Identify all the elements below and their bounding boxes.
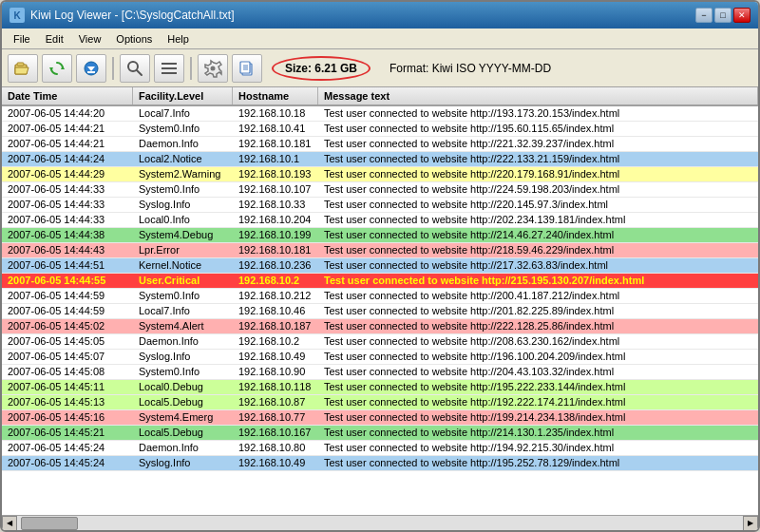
download-button[interactable] bbox=[76, 54, 106, 83]
col-hostname[interactable]: Hostname bbox=[233, 87, 318, 104]
table-row[interactable]: 2007-06-05 14:45:05Daemon.Info192.168.10… bbox=[2, 334, 758, 350]
table-row[interactable]: 2007-06-05 14:44:20Local7.Info192.168.10… bbox=[2, 106, 758, 122]
table-row[interactable]: 2007-06-05 14:45:02System4.Alert192.168.… bbox=[2, 319, 758, 334]
copy-button[interactable] bbox=[232, 54, 262, 83]
menu-help[interactable]: Help bbox=[160, 31, 197, 47]
cell-datetime: 2007-06-05 14:44:59 bbox=[2, 304, 133, 318]
cell-facility: System2.Warning bbox=[133, 167, 233, 181]
cell-hostname: 192.168.10.87 bbox=[233, 395, 318, 409]
table-row[interactable]: 2007-06-05 14:44:33Local0.Info192.168.10… bbox=[2, 213, 758, 228]
table-row[interactable]: 2007-06-05 14:44:29System2.Warning192.16… bbox=[2, 167, 758, 182]
cell-message: Test user connected to website http://20… bbox=[318, 289, 758, 303]
maximize-button[interactable]: □ bbox=[714, 8, 732, 23]
cell-datetime: 2007-06-05 14:45:24 bbox=[2, 456, 133, 470]
table-row[interactable]: 2007-06-05 14:45:11Local0.Debug192.168.1… bbox=[2, 380, 758, 395]
cell-hostname: 192.168.10.181 bbox=[233, 243, 318, 257]
cell-datetime: 2007-06-05 14:44:21 bbox=[2, 137, 133, 151]
cell-hostname: 192.168.10.236 bbox=[233, 258, 318, 273]
minimize-button[interactable]: − bbox=[695, 8, 712, 23]
cell-hostname: 192.168.10.90 bbox=[233, 365, 318, 379]
scroll-left-arrow[interactable]: ◀ bbox=[2, 516, 17, 531]
cell-datetime: 2007-06-05 14:44:33 bbox=[2, 213, 133, 227]
cell-facility: System4.Alert bbox=[133, 319, 233, 333]
table-row[interactable]: 2007-06-05 14:44:21System0.Info192.168.1… bbox=[2, 122, 758, 137]
cell-hostname: 192.168.10.1 bbox=[233, 152, 318, 166]
close-button[interactable]: ✕ bbox=[733, 8, 750, 23]
table-row[interactable]: 2007-06-05 14:44:38System4.Debug192.168.… bbox=[2, 228, 758, 243]
menu-options[interactable]: Options bbox=[108, 31, 160, 47]
table-row[interactable]: 2007-06-05 14:45:24Syslog.Info192.168.10… bbox=[2, 456, 758, 471]
scroll-right-arrow[interactable]: ▶ bbox=[743, 516, 758, 531]
table-row[interactable]: 2007-06-05 14:44:43Lpr.Error192.168.10.1… bbox=[2, 243, 758, 258]
table-row[interactable]: 2007-06-05 14:44:21Daemon.Info192.168.10… bbox=[2, 137, 758, 152]
cell-datetime: 2007-06-05 14:45:16 bbox=[2, 410, 133, 425]
refresh-button[interactable] bbox=[42, 54, 72, 83]
table-row[interactable]: 2007-06-05 14:44:33System0.Info192.168.1… bbox=[2, 182, 758, 198]
cell-hostname: 192.168.10.41 bbox=[233, 122, 318, 136]
menu-edit[interactable]: Edit bbox=[38, 31, 71, 47]
title-bar-left: K Kiwi Log Viewer - [C:\SyslogCatchAll.t… bbox=[10, 8, 235, 23]
table-row[interactable]: 2007-06-05 14:45:13Local5.Debug192.168.1… bbox=[2, 395, 758, 410]
cell-facility: Local5.Debug bbox=[133, 395, 233, 409]
table-row[interactable]: 2007-06-05 14:44:51Kernel.Notice192.168.… bbox=[2, 258, 758, 274]
title-bar: K Kiwi Log Viewer - [C:\SyslogCatchAll.t… bbox=[2, 2, 758, 28]
col-message[interactable]: Message text bbox=[318, 87, 758, 104]
table-row[interactable]: 2007-06-05 14:45:08System0.Info192.168.1… bbox=[2, 365, 758, 380]
cell-facility: Local7.Info bbox=[133, 106, 233, 121]
menu-file[interactable]: File bbox=[6, 31, 38, 47]
app-icon: K bbox=[10, 8, 25, 23]
cell-message: Test user connected to website http://22… bbox=[318, 198, 758, 212]
cell-datetime: 2007-06-05 14:44:24 bbox=[2, 152, 133, 166]
table-row[interactable]: 2007-06-05 14:45:21Local5.Debug192.168.1… bbox=[2, 426, 758, 441]
table-row[interactable]: 2007-06-05 14:44:59System0.Info192.168.1… bbox=[2, 289, 758, 304]
svg-rect-1 bbox=[17, 63, 24, 66]
cell-datetime: 2007-06-05 14:44:33 bbox=[2, 198, 133, 212]
col-facility[interactable]: Facility.Level bbox=[133, 87, 233, 104]
cell-facility: User.Critical bbox=[133, 274, 233, 288]
cell-facility: Local7.Info bbox=[133, 304, 233, 318]
cell-hostname: 192.168.10.80 bbox=[233, 441, 318, 455]
cell-datetime: 2007-06-05 14:44:55 bbox=[2, 274, 133, 288]
svg-rect-10 bbox=[162, 67, 177, 69]
cell-message: Test user connected to website http://21… bbox=[318, 274, 758, 288]
table-row[interactable]: 2007-06-05 14:45:16System4.Emerg192.168.… bbox=[2, 410, 758, 426]
table-row[interactable]: 2007-06-05 14:44:33Syslog.Info192.168.10… bbox=[2, 198, 758, 213]
table-row[interactable]: 2007-06-05 14:45:07Syslog.Info192.168.10… bbox=[2, 350, 758, 365]
cell-datetime: 2007-06-05 14:45:08 bbox=[2, 365, 133, 379]
svg-rect-6 bbox=[87, 71, 95, 73]
cell-hostname: 192.168.10.18 bbox=[233, 106, 318, 121]
open-button[interactable] bbox=[8, 54, 38, 83]
table-row[interactable]: 2007-06-05 14:44:55User.Critical192.168.… bbox=[2, 274, 758, 289]
svg-rect-9 bbox=[162, 63, 177, 65]
col-datetime[interactable]: Date Time bbox=[2, 87, 133, 104]
cell-message: Test user connected to website http://19… bbox=[318, 441, 758, 455]
cell-hostname: 192.168.10.181 bbox=[233, 137, 318, 151]
list-button[interactable] bbox=[154, 54, 184, 83]
cell-datetime: 2007-06-05 14:45:24 bbox=[2, 441, 133, 455]
menubar: File Edit View Options Help bbox=[2, 28, 758, 49]
menu-view[interactable]: View bbox=[71, 31, 109, 47]
cell-datetime: 2007-06-05 14:45:07 bbox=[2, 350, 133, 364]
cell-hostname: 192.168.10.199 bbox=[233, 228, 318, 242]
cell-hostname: 192.168.10.212 bbox=[233, 289, 318, 303]
cell-facility: System0.Info bbox=[133, 365, 233, 379]
cell-datetime: 2007-06-05 14:45:02 bbox=[2, 319, 133, 333]
cell-message: Test user connected to website http://21… bbox=[318, 228, 758, 242]
cell-hostname: 192.168.10.33 bbox=[233, 198, 318, 212]
cell-message: Test user connected to website http://22… bbox=[318, 167, 758, 181]
svg-point-12 bbox=[211, 66, 216, 70]
cell-facility: System0.Info bbox=[133, 182, 233, 197]
cell-message: Test user connected to website http://19… bbox=[318, 456, 758, 470]
table-row[interactable]: 2007-06-05 14:44:24Local2.Notice192.168.… bbox=[2, 152, 758, 167]
horizontal-scrollbar[interactable]: ◀ ▶ bbox=[2, 515, 758, 530]
scroll-thumb[interactable] bbox=[21, 517, 78, 530]
table-row[interactable]: 2007-06-05 14:45:24Daemon.Info192.168.10… bbox=[2, 441, 758, 456]
svg-rect-11 bbox=[162, 72, 177, 74]
cell-datetime: 2007-06-05 14:45:05 bbox=[2, 334, 133, 349]
wrench-button[interactable] bbox=[198, 54, 228, 83]
table-body[interactable]: 2007-06-05 14:44:20Local7.Info192.168.10… bbox=[2, 106, 758, 515]
cell-facility: Daemon.Info bbox=[133, 441, 233, 455]
cell-datetime: 2007-06-05 14:44:20 bbox=[2, 106, 133, 121]
search-button[interactable] bbox=[120, 54, 150, 83]
table-row[interactable]: 2007-06-05 14:44:59Local7.Info192.168.10… bbox=[2, 304, 758, 319]
